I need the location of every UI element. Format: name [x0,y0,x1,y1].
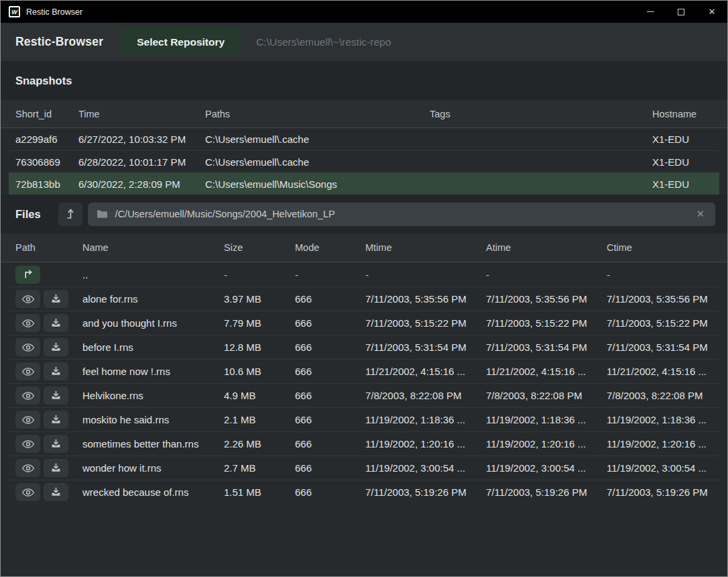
snapshot-row[interactable]: 76306869 6/28/2022, 10:01:17 PM C:\Users… [9,150,719,172]
file-size: - [224,269,295,280]
eye-icon [21,437,35,451]
file-mtime: 7/8/2003, 8:22:08 PM [365,390,486,401]
download-button[interactable] [44,314,68,332]
download-button[interactable] [44,386,68,405]
select-repository-button[interactable]: Select Repository [120,28,241,56]
snapshot-row-selected[interactable]: 72b813bb 6/30/2022, 2:28:09 PM C:\Users\… [9,172,719,195]
download-icon [50,365,62,378]
column-atime: Atime [486,242,607,253]
preview-button[interactable] [15,362,40,380]
download-button[interactable] [44,435,68,453]
files-section-header: Files /C/Users/emuell/Music/Songs/2004_H… [1,195,727,233]
snapshot-short-id: 76306869 [15,156,78,168]
column-size: Size [224,242,295,253]
file-name: feel home now !.rns [82,366,224,377]
file-mtime: 11/19/2002, 3:00:54 ... [365,462,486,474]
file-atime: 11/19/2002, 1:18:36 ... [486,414,607,425]
preview-button[interactable] [15,290,40,308]
preview-button[interactable] [15,338,40,356]
download-button[interactable] [44,338,68,356]
clear-path-icon[interactable]: ✕ [693,207,707,221]
folder-icon [96,208,109,221]
snapshot-hostname: X1-EDU [652,156,715,168]
maximize-button[interactable] [666,1,696,23]
download-button[interactable] [44,411,68,429]
file-row: and you thought I.rns 7.79 MB 666 7/11/2… [9,311,719,335]
download-button[interactable] [44,483,68,501]
download-icon [50,317,62,329]
preview-button[interactable] [15,411,40,429]
file-mtime: 7/11/2003, 5:31:54 PM [365,342,486,353]
parent-directory-button[interactable] [15,266,40,284]
file-mode: 666 [295,342,365,353]
file-mtime: 7/11/2003, 5:19:26 PM [365,486,486,498]
level-up-button[interactable] [58,203,82,226]
column-mode: Mode [295,242,365,253]
file-mtime: 7/11/2003, 5:15:22 PM [365,317,486,329]
file-atime: 7/11/2003, 5:19:26 PM [486,486,607,498]
file-row: before I.rns 12.8 MB 666 7/11/2003, 5:31… [9,335,719,359]
column-ctime: Ctime [607,242,721,253]
download-button[interactable] [44,362,68,380]
file-size: 3.97 MB [224,293,295,305]
file-row: wonder how it.rns 2.7 MB 666 11/19/2002,… [9,456,719,480]
current-path-bar[interactable]: /C/Users/emuell/Music/Songs/2004_Helveti… [88,203,715,226]
minimize-button[interactable] [635,1,666,23]
download-button[interactable] [44,459,68,477]
snapshot-paths: C:\Users\emuell\Music\Songs [205,178,430,190]
file-size: 10.6 MB [224,366,295,377]
file-mode: 666 [295,462,365,474]
close-button[interactable]: ✕ [696,1,727,23]
file-mode: 666 [295,293,365,305]
file-name: moskito he said.rns [82,414,224,425]
preview-button[interactable] [15,386,40,405]
snapshot-time: 6/30/2022, 2:28:09 PM [78,178,205,190]
file-name: alone for.rns [82,293,224,305]
snapshot-time: 6/28/2022, 10:01:17 PM [78,156,205,168]
file-atime: 7/11/2003, 5:15:22 PM [486,317,607,329]
file-row: feel home now !.rns 10.6 MB 666 11/21/20… [9,359,719,383]
eye-icon [21,413,35,427]
file-mode: 666 [295,317,365,329]
eye-icon [21,462,35,475]
column-paths: Paths [205,109,430,119]
file-size: 1.51 MB [224,486,295,498]
file-ctime: 11/19/2002, 3:00:54 ... [607,462,719,474]
app-header: Restic-Browser Select Repository C:\User… [1,23,727,61]
file-ctime: 11/21/2002, 4:15:16 ... [607,366,719,377]
minimize-icon [647,11,654,12]
file-size: 2.26 MB [224,438,295,450]
column-short-id: Short_id [15,109,78,119]
file-ctime: 11/19/2002, 1:20:16 ... [607,438,719,450]
file-name: .. [82,269,224,280]
current-path-text: /C/Users/emuell/Music/Songs/2004_Helveti… [115,209,335,219]
file-row: sometimes better than.rns 2.26 MB 666 11… [9,431,719,456]
file-atime: 7/11/2003, 5:35:56 PM [486,293,607,305]
preview-button[interactable] [15,459,40,477]
file-ctime: 7/11/2003, 5:31:54 PM [607,342,719,353]
column-name: Name [82,242,224,253]
download-icon [50,389,62,402]
preview-button[interactable] [15,483,40,501]
download-button[interactable] [44,290,68,308]
file-atime: 7/11/2003, 5:31:54 PM [486,342,607,353]
snapshot-row[interactable]: a2299af6 6/27/2022, 10:03:32 PM C:\Users… [9,128,719,150]
file-size: 4.9 MB [224,390,295,401]
snapshot-time: 6/27/2022, 10:03:32 PM [78,134,205,145]
file-ctime: 7/11/2003, 5:19:26 PM [607,486,719,498]
close-icon: ✕ [709,7,716,16]
app-logo-glyph: W [10,7,19,16]
eye-icon [21,317,35,330]
preview-button[interactable] [15,435,40,453]
download-icon [50,293,62,305]
download-icon [50,341,62,354]
snapshots-section-header: Snapshots [1,61,727,100]
snapshots-table-header: Short_id Time Paths Tags Hostname [1,100,727,128]
file-ctime: 7/8/2003, 8:22:08 PM [607,390,719,401]
file-mode: 666 [295,438,365,450]
snapshot-short-id: a2299af6 [15,134,78,145]
snapshot-paths: C:\Users\emuell\.cache [205,156,430,168]
preview-button[interactable] [15,314,40,332]
parent-directory-row: .. - - - - - [9,262,719,286]
file-atime: 7/8/2003, 8:22:08 PM [486,390,607,401]
